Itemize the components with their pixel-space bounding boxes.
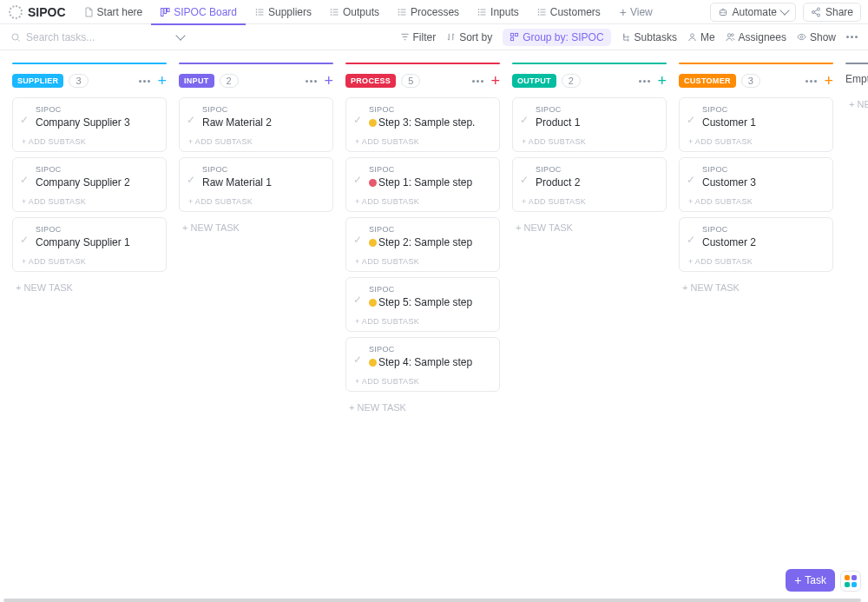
eye-icon — [797, 32, 806, 42]
show-button[interactable]: Show — [797, 31, 836, 43]
add-subtask-button[interactable]: + ADD SUBTASK — [355, 317, 490, 326]
tab-processes[interactable]: Processes — [388, 0, 468, 24]
group-button[interactable]: Group by: SIPOC — [503, 29, 610, 46]
check-icon[interactable] — [187, 177, 199, 186]
add-subtask-button[interactable]: + ADD SUBTASK — [522, 197, 657, 206]
check-icon[interactable] — [687, 237, 699, 246]
check-icon[interactable] — [687, 177, 699, 186]
space-header[interactable]: SIPOC — [7, 3, 73, 21]
new-task-button[interactable]: + NEW TASK — [512, 217, 667, 238]
task-card[interactable]: SIPOCCustomer 2+ ADD SUBTASK — [679, 217, 833, 272]
tab-inputs[interactable]: Inputs — [468, 0, 528, 24]
check-icon[interactable] — [20, 177, 32, 186]
check-icon[interactable] — [20, 237, 32, 246]
filter-icon — [400, 32, 410, 42]
task-card[interactable]: SIPOCProduct 1+ ADD SUBTASK — [512, 97, 667, 152]
add-card-button[interactable]: + — [490, 73, 500, 89]
status-dot-icon — [369, 299, 377, 307]
chevron-down-icon[interactable] — [175, 30, 185, 40]
tab-customers[interactable]: Customers — [528, 0, 609, 24]
search-input[interactable] — [26, 31, 130, 43]
tab-sipoc-board[interactable]: SIPOC Board — [151, 0, 246, 24]
check-icon[interactable] — [20, 117, 32, 126]
assignees-button[interactable]: Assignees — [726, 31, 786, 43]
column-process: PROCESS5+SIPOCStep 3: Sample step.+ ADD … — [345, 63, 500, 592]
add-subtask-button[interactable]: + ADD SUBTASK — [355, 137, 490, 146]
add-subtask-button[interactable]: + ADD SUBTASK — [355, 197, 490, 206]
add-subtask-button[interactable]: + ADD SUBTASK — [355, 257, 490, 266]
subtasks-button[interactable]: Subtasks — [621, 31, 677, 43]
people-icon — [726, 32, 735, 42]
task-card[interactable]: SIPOCStep 1: Sample step+ ADD SUBTASK — [345, 157, 500, 212]
add-card-button[interactable]: + — [824, 73, 833, 89]
apps-fab[interactable] — [840, 571, 861, 592]
add-card-button[interactable]: + — [657, 73, 667, 89]
more-icon[interactable] — [846, 36, 858, 38]
me-button[interactable]: Me — [687, 31, 715, 43]
new-task-button[interactable]: + NEW TASK — [179, 217, 333, 238]
task-card[interactable]: SIPOCCustomer 3+ ADD SUBTASK — [679, 157, 833, 212]
task-card[interactable]: SIPOCStep 3: Sample step.+ ADD SUBTASK — [345, 97, 500, 152]
new-task-fab[interactable]: + Task — [786, 569, 835, 592]
sort-button[interactable]: Sort by — [446, 31, 492, 43]
new-task-button[interactable]: + NEW TASK — [679, 277, 833, 298]
column-badge[interactable]: SUPPLIER — [12, 74, 63, 88]
new-task-button[interactable]: + NEW TASK — [12, 277, 167, 298]
check-icon[interactable] — [520, 177, 532, 186]
check-icon[interactable] — [687, 117, 699, 126]
task-card[interactable]: SIPOCCompany Supplier 3+ ADD SUBTASK — [12, 97, 167, 152]
add-card-button[interactable]: + — [157, 73, 167, 89]
add-view-button[interactable]: + View — [611, 5, 661, 19]
svg-point-31 — [727, 34, 731, 37]
add-subtask-button[interactable]: + ADD SUBTASK — [22, 137, 157, 146]
check-icon[interactable] — [353, 117, 365, 126]
check-icon[interactable] — [353, 177, 365, 186]
add-subtask-button[interactable]: + ADD SUBTASK — [188, 137, 324, 146]
column-badge[interactable]: PROCESS — [345, 74, 396, 88]
add-subtask-button[interactable]: + ADD SUBTASK — [22, 257, 157, 266]
check-icon[interactable] — [353, 237, 365, 246]
list-icon — [397, 7, 407, 17]
filter-button[interactable]: Filter — [400, 31, 437, 43]
task-card[interactable]: SIPOCCompany Supplier 2+ ADD SUBTASK — [12, 157, 167, 212]
check-icon[interactable] — [187, 117, 199, 126]
task-card[interactable]: SIPOCStep 5: Sample step+ ADD SUBTASK — [345, 277, 500, 332]
add-subtask-button[interactable]: + ADD SUBTASK — [355, 377, 490, 386]
column-badge[interactable]: INPUT — [179, 74, 214, 88]
tab-suppliers[interactable]: Suppliers — [246, 0, 320, 24]
new-task-button[interactable]: + NE — [845, 94, 868, 115]
card-title-text: Company Supplier 3 — [36, 116, 130, 129]
me-label: Me — [700, 31, 715, 43]
task-card[interactable]: SIPOCCompany Supplier 1+ ADD SUBTASK — [12, 217, 167, 272]
task-card[interactable]: SIPOCRaw Material 2+ ADD SUBTASK — [179, 97, 333, 152]
share-button[interactable]: Share — [803, 3, 861, 22]
automate-button[interactable]: Automate — [710, 3, 796, 22]
add-subtask-button[interactable]: + ADD SUBTASK — [522, 137, 657, 146]
task-card[interactable]: SIPOCRaw Material 1+ ADD SUBTASK — [179, 157, 333, 212]
task-card[interactable]: SIPOCCustomer 1+ ADD SUBTASK — [679, 97, 833, 152]
add-card-button[interactable]: + — [324, 73, 333, 89]
horizontal-scrollbar[interactable] — [3, 599, 861, 602]
add-subtask-button[interactable]: + ADD SUBTASK — [188, 197, 324, 206]
more-icon[interactable] — [806, 80, 817, 83]
check-icon[interactable] — [520, 117, 532, 126]
task-card[interactable]: SIPOCStep 4: Sample step+ ADD SUBTASK — [345, 337, 500, 392]
add-subtask-button[interactable]: + ADD SUBTASK — [22, 197, 157, 206]
check-icon[interactable] — [353, 357, 365, 366]
add-subtask-button[interactable]: + ADD SUBTASK — [688, 257, 824, 266]
more-icon[interactable] — [639, 80, 650, 83]
more-icon[interactable] — [139, 80, 150, 83]
column-badge[interactable]: OUTPUT — [512, 74, 556, 88]
topbar-right: Automate Share — [710, 3, 861, 22]
tab-outputs[interactable]: Outputs — [320, 0, 388, 24]
add-subtask-button[interactable]: + ADD SUBTASK — [688, 197, 824, 206]
more-icon[interactable] — [472, 80, 483, 83]
tab-start-here[interactable]: Start here — [75, 0, 152, 24]
task-card[interactable]: SIPOCProduct 2+ ADD SUBTASK — [512, 157, 667, 212]
new-task-button[interactable]: + NEW TASK — [345, 397, 500, 418]
more-icon[interactable] — [306, 80, 317, 83]
check-icon[interactable] — [353, 297, 365, 306]
task-card[interactable]: SIPOCStep 2: Sample step+ ADD SUBTASK — [345, 217, 500, 272]
column-badge[interactable]: CUSTOMER — [679, 74, 736, 88]
add-subtask-button[interactable]: + ADD SUBTASK — [688, 137, 824, 146]
